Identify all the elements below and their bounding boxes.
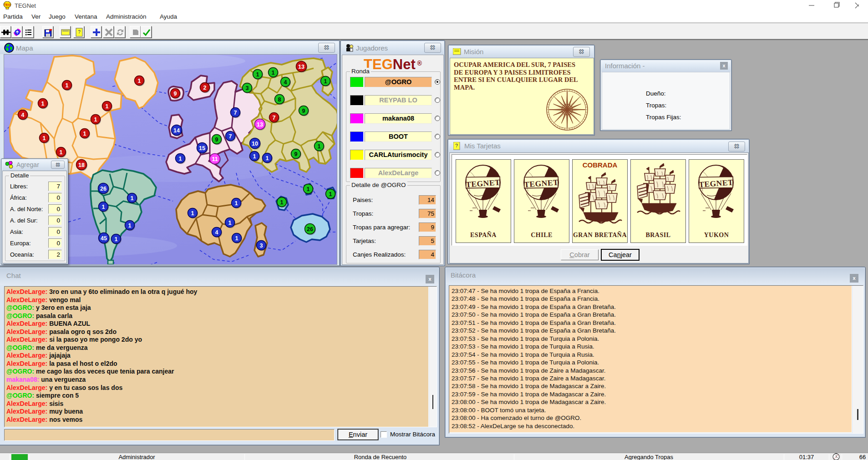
svg-text:1: 1 <box>60 149 63 156</box>
svg-text:1: 1 <box>280 199 284 206</box>
svg-text:1: 1 <box>179 156 182 162</box>
svg-text:13: 13 <box>298 64 305 70</box>
svg-text:9: 9 <box>302 108 305 114</box>
svg-text:1: 1 <box>106 103 109 110</box>
svg-text:1: 1 <box>266 155 269 162</box>
svg-text:1: 1 <box>307 186 310 192</box>
svg-text:45: 45 <box>101 235 107 242</box>
svg-text:3: 3 <box>246 85 249 91</box>
svg-text:18: 18 <box>78 162 85 168</box>
svg-text:10: 10 <box>252 141 258 147</box>
svg-text:1: 1 <box>41 101 45 107</box>
svg-text:8: 8 <box>278 96 281 103</box>
svg-text:1: 1 <box>102 204 105 210</box>
svg-text:TEG: TEG <box>4 3 11 6</box>
svg-text:9: 9 <box>215 136 218 143</box>
svg-text:?: ? <box>455 143 458 148</box>
svg-text:1: 1 <box>235 235 239 242</box>
svg-text:1: 1 <box>318 143 321 150</box>
svg-text:1: 1 <box>43 135 46 142</box>
svg-text:2: 2 <box>203 85 207 91</box>
svg-text:26: 26 <box>307 226 313 233</box>
svg-text:1: 1 <box>138 78 141 84</box>
svg-text:1: 1 <box>253 153 256 160</box>
svg-text:14: 14 <box>173 127 180 134</box>
svg-text:1: 1 <box>235 200 238 207</box>
svg-text:1: 1 <box>131 195 134 202</box>
svg-text:7: 7 <box>229 133 232 140</box>
svg-text:7: 7 <box>273 115 276 121</box>
svg-text:1: 1 <box>256 71 259 78</box>
svg-text:1: 1 <box>191 210 194 217</box>
svg-text:9: 9 <box>174 91 177 97</box>
svg-text:11: 11 <box>212 156 218 162</box>
svg-text:1: 1 <box>228 220 232 226</box>
svg-text:1: 1 <box>94 116 97 123</box>
svg-text:4: 4 <box>284 79 287 86</box>
svg-text:1: 1 <box>272 70 275 76</box>
svg-text:1: 1 <box>324 78 327 85</box>
svg-text:?: ? <box>78 30 81 35</box>
svg-text:9: 9 <box>294 151 298 157</box>
svg-text:13: 13 <box>257 121 263 128</box>
svg-text:1: 1 <box>66 82 69 89</box>
svg-text:4: 4 <box>215 229 218 236</box>
svg-text:26: 26 <box>100 186 107 192</box>
svg-text:1: 1 <box>128 222 132 229</box>
svg-text:3: 3 <box>260 243 263 249</box>
svg-text:15: 15 <box>199 145 205 152</box>
svg-text:7: 7 <box>234 110 237 116</box>
svg-text:4: 4 <box>21 112 25 118</box>
svg-text:1: 1 <box>329 191 332 197</box>
svg-text:1: 1 <box>83 131 86 137</box>
svg-text:1: 1 <box>115 236 118 243</box>
